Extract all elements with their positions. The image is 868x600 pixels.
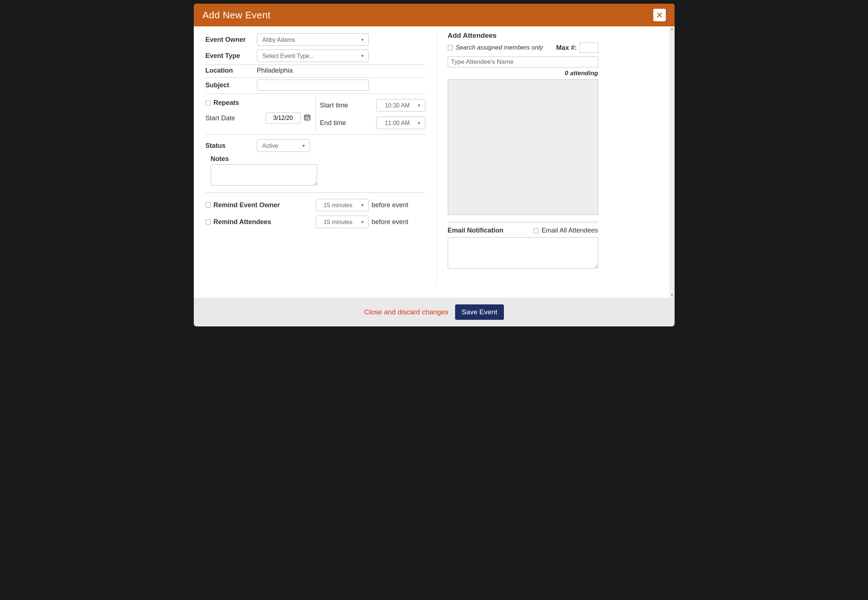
attending-count: 0 attending xyxy=(448,70,598,77)
email-notification-label: Email Notification xyxy=(448,227,503,234)
svg-rect-6 xyxy=(306,119,307,120)
close-icon xyxy=(656,11,663,19)
repeats-checkbox[interactable] xyxy=(205,100,211,106)
search-assigned-checkbox[interactable] xyxy=(448,45,453,50)
svg-rect-4 xyxy=(306,117,307,118)
scroll-up-icon[interactable]: ▲ xyxy=(670,26,675,32)
event-owner-select[interactable]: Abby Adams xyxy=(257,33,369,46)
right-column: Add Attendees Search assigned members on… xyxy=(437,32,598,287)
repeats-label: Repeats xyxy=(214,99,239,107)
save-button[interactable]: Save Event xyxy=(455,305,504,320)
modal-footer: Close and discard changes Save Event xyxy=(194,298,675,326)
email-all-label: Email All Attendees xyxy=(541,227,598,234)
start-time-label: Start time xyxy=(320,102,348,109)
calendar-icon[interactable] xyxy=(304,114,311,123)
event-owner-label: Event Owner xyxy=(205,36,257,44)
status-label: Status xyxy=(205,142,257,150)
discard-link[interactable]: Close and discard changes xyxy=(364,308,448,316)
left-column: Event Owner Abby Adams Event Type Select… xyxy=(205,32,437,287)
modal-header: Add New Event xyxy=(194,4,675,26)
remind-owner-row: Remind Event Owner 15 minutes before eve… xyxy=(205,197,426,214)
remind-owner-checkbox[interactable] xyxy=(205,203,211,208)
subject-input[interactable] xyxy=(257,80,369,91)
event-type-label: Event Type xyxy=(205,52,257,60)
max-label: Max #: xyxy=(556,44,576,52)
remind-attendees-select[interactable]: 15 minutes xyxy=(316,216,369,228)
svg-rect-8 xyxy=(308,117,309,118)
remind-owner-select[interactable]: 15 minutes xyxy=(316,199,369,211)
modal-body: Event Owner Abby Adams Event Type Select… xyxy=(194,26,675,298)
start-time-select[interactable]: 10:30 AM xyxy=(376,99,426,112)
status-select[interactable]: Active xyxy=(257,139,310,152)
location-row: Location Philadelphia xyxy=(205,65,426,78)
location-label: Location xyxy=(205,67,257,74)
max-input[interactable] xyxy=(579,42,598,53)
start-date-label: Start Date xyxy=(205,114,235,122)
remind-attendees-after: before event xyxy=(372,218,409,226)
date-time-section: Repeats Start Date xyxy=(205,94,426,135)
add-attendees-title: Add Attendees xyxy=(448,32,598,39)
end-time-label: End time xyxy=(320,119,346,127)
modal-title: Add New Event xyxy=(202,9,271,21)
location-value: Philadelphia xyxy=(257,67,293,74)
event-type-row: Event Type Select Event Type... xyxy=(205,48,426,64)
status-row: Status Active xyxy=(205,138,426,154)
add-event-modal: Add New Event Event Owner Abby Adams Eve… xyxy=(194,4,675,326)
remind-attendees-label: Remind Attendees xyxy=(214,218,271,226)
remind-attendees-row: Remind Attendees 15 minutes before event xyxy=(205,214,426,230)
scroll-down-icon[interactable]: ▼ xyxy=(670,292,675,298)
svg-rect-7 xyxy=(307,119,308,120)
event-owner-row: Event Owner Abby Adams xyxy=(205,32,426,48)
notes-label: Notes xyxy=(211,155,426,163)
search-assigned-label: Search assigned members only xyxy=(456,44,543,52)
close-button[interactable] xyxy=(653,9,666,21)
subject-label: Subject xyxy=(205,82,257,89)
end-time-select[interactable]: 11:00 AM xyxy=(376,117,426,129)
attendee-name-input[interactable] xyxy=(448,56,598,68)
remind-owner-after: before event xyxy=(372,202,409,209)
email-notification-textarea[interactable] xyxy=(448,237,598,268)
email-all-checkbox[interactable] xyxy=(533,228,538,233)
attendee-list-box[interactable] xyxy=(448,79,598,215)
divider xyxy=(448,221,598,223)
scrollbar[interactable]: ▲ ▼ xyxy=(669,26,675,298)
event-type-select[interactable]: Select Event Type... xyxy=(257,50,369,62)
notes-textarea[interactable] xyxy=(211,164,317,186)
svg-rect-5 xyxy=(307,117,308,118)
start-date-input[interactable] xyxy=(266,112,301,124)
remind-owner-label: Remind Event Owner xyxy=(214,202,280,209)
remind-attendees-checkbox[interactable] xyxy=(205,219,211,224)
subject-row: Subject xyxy=(205,78,426,94)
